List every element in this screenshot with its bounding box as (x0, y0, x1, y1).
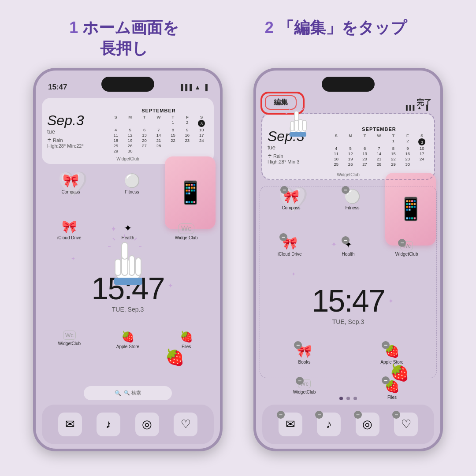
cal-day: 13 (138, 133, 151, 138)
phone1-app-widgetclub[interactable]: Wc WidgetClub (169, 223, 204, 240)
cal2-day: 1 (387, 138, 400, 145)
phone1-clock-time: 15:47 (42, 273, 214, 304)
widgetclub-minus-badge: − (398, 239, 406, 247)
phone1-app-widgetclub2[interactable]: Wc WidgetClub (52, 331, 87, 349)
cal-day (166, 143, 180, 148)
cal2-header-m1: M (343, 133, 357, 138)
cal-today: 3 (198, 120, 205, 127)
phone1-screen: 15:47 ▐▐▐ ▲ ▐ Sep.3 tue ☂ RainHigh:28° M… (36, 71, 220, 449)
svg-rect-17 (294, 111, 298, 121)
cal-day: 8 (166, 127, 180, 132)
cal2-header-t1: T (358, 133, 372, 138)
phone2-page-dots (339, 397, 357, 400)
phone2-app-row1: 🎀 − Compass ⚪ − Fitness (260, 189, 383, 210)
phone1-app-icloud[interactable]: 🎀 iCloud Drive (52, 219, 87, 240)
widgetclub2-minus-badge: − (296, 377, 304, 385)
phone2-widgetclub-icon: Wc − (400, 241, 413, 250)
compass-bow-icon: 🎀 (63, 173, 79, 188)
phone1-dock-health[interactable]: ♡ (174, 413, 197, 436)
phone1-app-compass[interactable]: 🎀 Compass (53, 173, 89, 194)
phone2-books-icon: 🎀 − (297, 344, 312, 358)
cal2-header-w1: W (372, 133, 386, 138)
mail-icon2: ✉ (286, 417, 295, 431)
books-minus-badge: − (294, 341, 302, 349)
cal2-day: 10 (415, 146, 429, 151)
cal2-day: 17 (415, 151, 429, 156)
cal-day: 6 (138, 127, 151, 132)
phone1-dock-compass[interactable]: ◎ (135, 413, 159, 436)
phone1-app-applestore[interactable]: 🍓 Apple Store (110, 331, 145, 349)
health-dock-icon: ♡ (181, 417, 191, 431)
cal2-day: 3 (415, 138, 429, 145)
phone1-app-files[interactable]: 🍓 Files (169, 331, 204, 349)
cal-header-w1: W (152, 115, 165, 119)
phone1-dynamic-island (101, 77, 154, 92)
cal-day: 30 (123, 149, 137, 153)
phone2-app-books[interactable]: 🎀 − Books (287, 344, 322, 364)
phone2-dock: ✉ − ♪ − ◎ − (262, 405, 434, 444)
phone2-app-widgetclub[interactable]: Wc − WidgetClub (389, 241, 424, 257)
phone2-app-widgetclub2[interactable]: Wc − WidgetClub (287, 379, 322, 400)
phone2-widget-club: WidgetClub (337, 172, 360, 177)
fitness-ball-icon: ⚪ (124, 173, 140, 188)
phone1-app-fitness[interactable]: ⚪ Fitness (115, 173, 150, 194)
phone1-bottom-row: Wc WidgetClub 🍓 Apple Store 🍓 Files (40, 331, 216, 349)
cal2-today: 3 (418, 138, 425, 145)
cal-day: 19 (123, 138, 137, 143)
cal2-day: 20 (358, 156, 372, 161)
page-dot-2 (346, 397, 350, 400)
phone1-widget-date: Sep.3 (47, 113, 104, 127)
step2-number: 2 (265, 19, 278, 37)
phone2-clock-date: TUE, Sep.3 (262, 318, 434, 325)
files-minus-badge: − (382, 376, 390, 384)
cal2-day: 5 (343, 146, 357, 151)
files-icon: 🍓 (180, 331, 193, 343)
phone2-dock-music-wrapper: ♪ − (317, 413, 341, 436)
cal2-day: 25 (329, 162, 343, 167)
phone2-health-label: Health (342, 252, 355, 257)
phone2-widgetclub2-label: WidgetClub (293, 390, 316, 394)
cal-header-t1: T (138, 115, 151, 119)
phone2-widget-day: tue (268, 144, 325, 151)
phone2-files-label: Files (387, 395, 397, 400)
phone2-fitness-icon: ⚪ − (344, 189, 361, 204)
cal-day: 27 (138, 143, 151, 148)
phone1-dock-music[interactable]: ♪ (97, 413, 120, 436)
phone2-clock-time: 15:47 (262, 286, 434, 316)
icloud-minus-badge: − (279, 233, 287, 241)
phone2-widgetclub1-label: WidgetClub (395, 252, 418, 257)
health-sparkle-icon: ✦ (124, 223, 132, 234)
cal-day: 17 (195, 133, 208, 138)
phone1-pink-phone-deco: 📱 (165, 156, 216, 229)
cal-header-s1: S (109, 115, 123, 119)
cal-day: 7 (152, 127, 165, 132)
step2-label: 2 「編集」をタップ (265, 18, 407, 38)
cal2-day: 9 (401, 146, 414, 151)
cal-day: 11 (109, 133, 123, 138)
phone1-time: 15:47 (48, 83, 67, 92)
phone2-done-button[interactable]: 完了 (416, 97, 431, 108)
page: 1 ホーム画面を長押し 2 「編集」をタップ 15:47 ▐▐▐ ▲ ▐ (0, 0, 476, 476)
phone2-app-files[interactable]: 🍓 − Files (375, 379, 410, 400)
dock-music-minus: − (315, 411, 323, 419)
sparkle2: ✦ (71, 256, 75, 262)
search-magnifier-icon: 🔍 (115, 390, 121, 396)
phone2-screen: 編集 完了 15:47 ▐▐▐ ▲ ▐ Sep. (256, 71, 440, 449)
phone1-search-bar[interactable]: 🔍 🔍 検索 (84, 386, 172, 400)
cal2-day: 19 (343, 156, 357, 161)
phone2-app-compass[interactable]: 🎀 − Compass (274, 189, 309, 210)
cal-day: 28 (152, 143, 165, 148)
phone2-app-icloud[interactable]: 🎀 − iCloud Drive (272, 236, 307, 257)
phone1-widget-calendar: SEPTEMBER S M T W T F S 123 45678910 111… (109, 108, 208, 153)
cal2-day: 28 (372, 162, 386, 167)
page-dot-3 (353, 397, 357, 400)
phone1-dock-mail[interactable]: ✉ (58, 413, 82, 436)
phone2-app-fitness[interactable]: ⚪ − Fitness (335, 189, 370, 210)
cal2-day: 14 (372, 151, 386, 156)
phone2-app-applestore[interactable]: 🍓 − Apple Store (375, 344, 410, 364)
cal-day (138, 120, 151, 127)
cal2-header-t2: T (387, 133, 400, 138)
cal-day: 18 (109, 138, 123, 143)
cal2-day: 23 (401, 156, 414, 161)
widgetclub1-label: WidgetClub (175, 235, 198, 240)
